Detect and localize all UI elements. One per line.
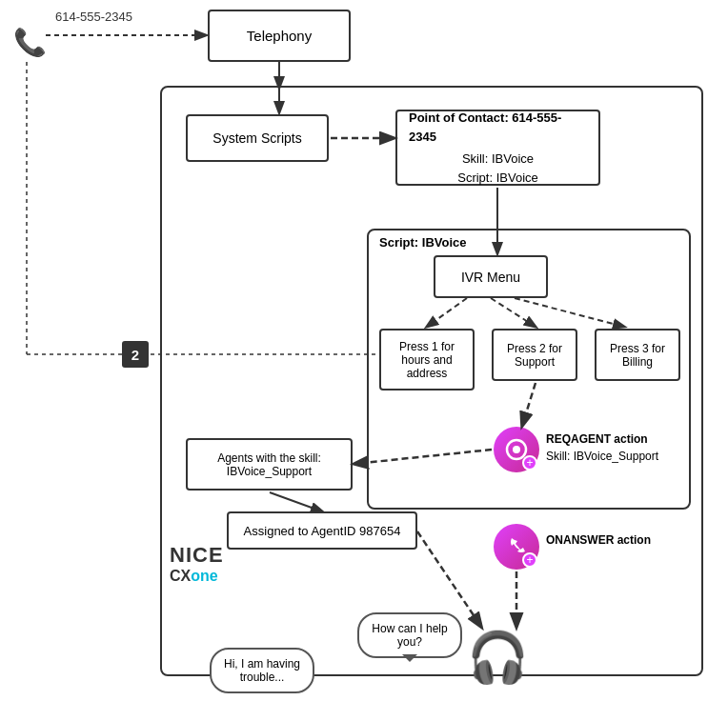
agent-speech-bubble: How can I help you? [357, 612, 462, 658]
onanswer-pink-icon: + [494, 524, 539, 570]
poc-box: Point of Contact: 614-555-2345 Skill: IB… [395, 110, 600, 186]
reqagent-icon: + [494, 427, 539, 472]
phone-number-label: 614-555-2345 [55, 10, 132, 24]
svg-point-1 [513, 446, 520, 453]
reqagent-label: REQAGENT action Skill: IBVoice_Support [546, 431, 658, 465]
caller-speech-bubble: Hi, I am having trouble... [210, 648, 314, 693]
assigned-box: Assigned to AgentID 987654 [227, 511, 417, 550]
reqagent-pink-icon: + [494, 427, 539, 472]
onanswer-plus: + [522, 552, 537, 568]
press1-box: Press 1 for hours and address [379, 329, 475, 391]
reqagent-plus: + [522, 455, 537, 471]
onanswer-icon: + [494, 524, 539, 570]
diagram-container: Script: IBVoice 📞 614-555-2345 Telephony… [0, 0, 728, 721]
nice-cxone-logo: NICE CXone [170, 543, 224, 585]
press3-box: Press 3 for Billing [595, 329, 680, 381]
press2-box: Press 2 for Support [492, 329, 577, 381]
ivr-menu-box: IVR Menu [434, 255, 548, 298]
phone-icon: 📞 [13, 27, 47, 58]
script-label: Script: IBVoice [379, 235, 467, 250]
onanswer-label: ONANSWER action [546, 533, 651, 547]
system-scripts-box: System Scripts [186, 114, 329, 162]
telephony-box: Telephony [208, 10, 351, 62]
badge-2: 2 [122, 341, 149, 368]
headset-icon: 🎧 [467, 629, 529, 687]
agents-box: Agents with the skill: IBVoice_Support [186, 438, 353, 491]
